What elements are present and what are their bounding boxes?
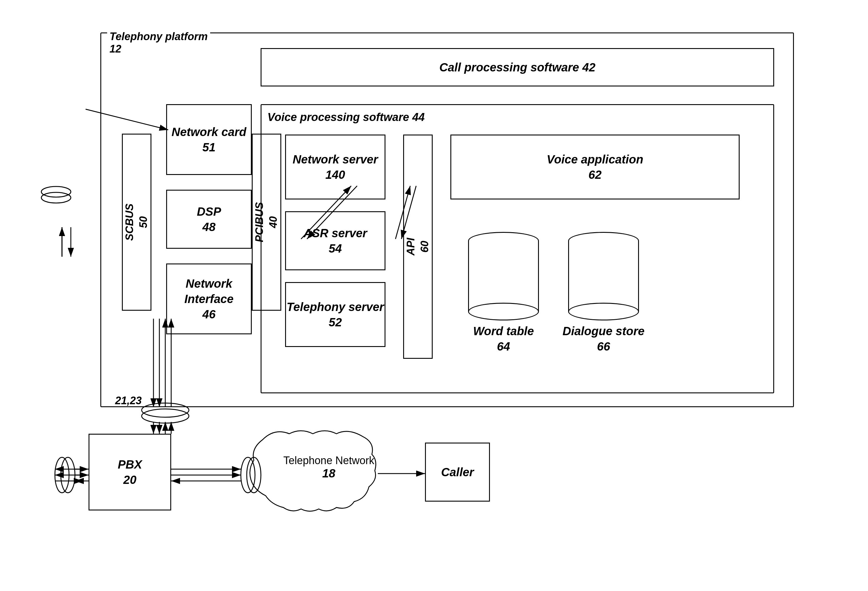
word-table-number: 64 (497, 340, 510, 353)
diagram-container: Telephony platform 12 Call processing so… (24, 15, 844, 575)
telephony-server-number: 52 (329, 316, 342, 329)
network-card-number: 51 (202, 141, 216, 154)
dialogue-store-text: Dialogue store (562, 324, 645, 338)
word-table-group: Word table 64 (468, 232, 539, 354)
svg-point-19 (55, 457, 69, 493)
telephony-server-box: Telephony server 52 (285, 282, 385, 347)
call-processing-text: Call processing software (439, 61, 579, 74)
voice-processing-label: Voice processing software 44 (267, 111, 425, 124)
dialogue-store-group: Dialogue store 66 (562, 232, 645, 354)
telephony-platform-box: Telephony platform 12 Call processing so… (100, 32, 794, 407)
word-table-cylinder (468, 232, 539, 320)
voice-processing-box: Voice processing software 44 Network ser… (261, 104, 774, 393)
asr-server-text: ASR server (303, 227, 367, 240)
dsp-text: DSP (197, 205, 221, 218)
network-server-number: 140 (326, 168, 345, 181)
pcibus-number: 40 (267, 216, 279, 228)
network-interface-label: Network Interface 46 (167, 276, 251, 322)
telephone-network-cloud: Telephone Network 18 (248, 425, 378, 522)
asr-server-box: ASR server 54 (285, 211, 385, 270)
voice-application-label: Voice application 62 (546, 152, 643, 182)
api-text: API (404, 238, 417, 255)
scbus-label: SCBUS 50 (123, 203, 151, 241)
voice-processing-number: 44 (412, 111, 425, 123)
network-server-label: Network server 140 (292, 152, 378, 182)
voice-processing-text: Voice processing software (267, 111, 409, 123)
caller-text: Caller (441, 466, 474, 479)
network-interface-number: 46 (202, 308, 216, 321)
pcibus-label: PCIBUS 40 (252, 202, 280, 242)
word-table-body (468, 241, 539, 312)
word-table-text: Word table (473, 324, 534, 338)
dialogue-store-cylinder (568, 232, 639, 320)
dsp-label: DSP 48 (197, 204, 221, 234)
api-box: API 60 (403, 134, 433, 359)
pbx-number: 20 (123, 473, 137, 486)
network-interface-box: Network Interface 46 (166, 264, 252, 334)
telephone-network-number: 18 (322, 467, 335, 480)
dsp-box: DSP 48 (166, 190, 252, 249)
api-number: 60 (419, 241, 431, 253)
network-server-text: Network server (292, 153, 378, 166)
svg-point-20 (61, 457, 75, 493)
svg-point-37 (41, 186, 71, 197)
voice-application-box: Voice application 62 (450, 134, 740, 199)
telephony-platform-label: Telephony platform 12 (107, 30, 210, 55)
network-server-box: Network server 140 (285, 134, 385, 199)
call-processing-label: Call processing software 42 (439, 61, 595, 74)
pbx-text: PBX (118, 458, 142, 471)
call-processing-number: 42 (582, 61, 596, 74)
dsp-number: 48 (202, 220, 216, 233)
scbus-text: SCBUS (123, 203, 136, 241)
caller-box: Caller (425, 442, 490, 502)
telephony-platform-number: 12 (109, 43, 121, 55)
dialogue-store-bottom (568, 303, 639, 320)
asr-server-label: ASR server 54 (303, 225, 367, 256)
pcibus-text: PCIBUS (253, 202, 265, 242)
svg-point-38 (41, 192, 71, 203)
network-card-label: Network card 51 (171, 124, 246, 155)
telephone-network-text: Telephone Network (283, 454, 374, 466)
caller-label: Caller (441, 464, 474, 480)
call-processing-box: Call processing software 42 (261, 48, 774, 87)
telephony-platform-text: Telephony platform (109, 30, 208, 43)
asr-server-number: 54 (329, 242, 342, 255)
telephony-server-label: Telephony server 52 (286, 299, 384, 330)
network-card-text: Network card (171, 125, 246, 139)
dialogue-store-number: 66 (597, 340, 610, 353)
word-table-label: Word table 64 (473, 323, 534, 354)
telephone-network-label: Telephone Network 18 (283, 454, 374, 480)
dialogue-store-body (568, 241, 639, 312)
voice-application-text: Voice application (546, 153, 643, 166)
network-interface-text: Network Interface (185, 277, 234, 305)
pbx-label: PBX 20 (118, 457, 142, 488)
network-card-box: Network card 51 (166, 104, 252, 175)
scbus-number: 50 (137, 216, 149, 228)
word-table-bottom (468, 303, 539, 320)
svg-point-9 (142, 409, 189, 423)
scbus-box: SCBUS 50 (122, 134, 151, 311)
voice-application-number: 62 (589, 168, 602, 181)
dialogue-store-label: Dialogue store 66 (562, 323, 645, 354)
pbx-box: PBX 20 (89, 434, 171, 510)
api-label: API 60 (404, 238, 432, 255)
pcibus-box: PCIBUS 40 (252, 134, 281, 311)
telephony-server-text: Telephony server (286, 301, 384, 313)
